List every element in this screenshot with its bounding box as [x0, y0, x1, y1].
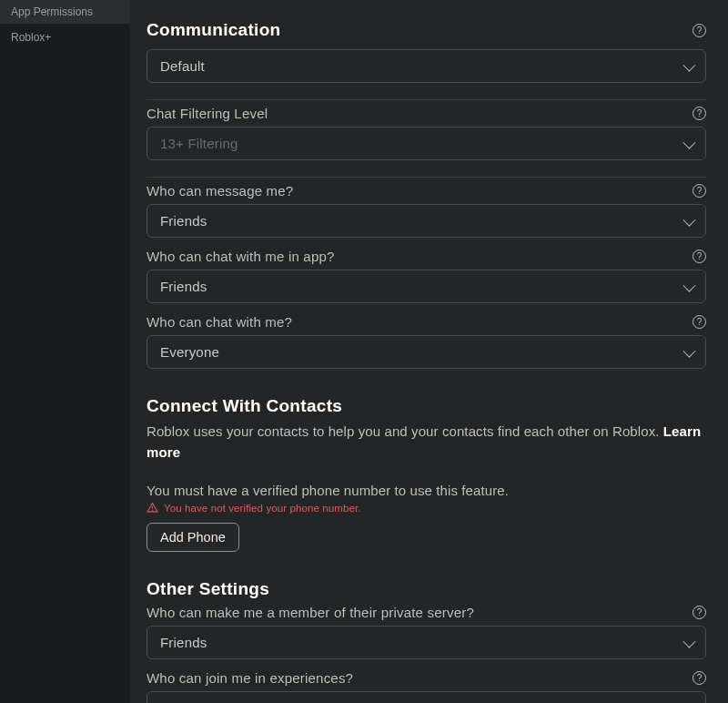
- section-title-other: Other Settings: [147, 579, 706, 599]
- select-private-server[interactable]: Friends: [147, 626, 706, 659]
- select-value: 13+ Filtering: [160, 136, 238, 151]
- select-value: Default: [160, 58, 205, 74]
- select-who-chat-app[interactable]: Friends: [147, 270, 706, 303]
- contacts-desc-text: Roblox uses your contacts to help you an…: [147, 423, 663, 439]
- sidebar-item-roblox-plus[interactable]: Roblox+: [0, 24, 130, 51]
- section-title-contacts: Connect With Contacts: [147, 396, 706, 416]
- svg-rect-0: [152, 506, 153, 509]
- select-join-experiences[interactable]: Friends and users I follow: [147, 691, 706, 703]
- field-label-join-experiences: Who can join me in experiences?: [147, 670, 353, 686]
- add-phone-button[interactable]: Add Phone: [147, 523, 239, 552]
- chevron-down-icon: [682, 58, 695, 71]
- help-icon[interactable]: ?: [693, 184, 706, 198]
- contacts-description: Roblox uses your contacts to help you an…: [147, 422, 706, 463]
- select-who-message[interactable]: Friends: [147, 204, 706, 238]
- help-icon[interactable]: ?: [693, 250, 706, 263]
- select-who-chat[interactable]: Everyone: [147, 335, 706, 369]
- chevron-down-icon: [682, 136, 695, 148]
- chevron-down-icon: [682, 279, 695, 291]
- help-icon[interactable]: ?: [693, 24, 706, 37]
- select-value: Friends: [160, 213, 207, 229]
- field-label-chat-filtering: Chat Filtering Level: [147, 106, 268, 121]
- field-label-who-chat-app: Who can chat with me in app?: [147, 249, 335, 264]
- select-value: Friends: [160, 635, 207, 650]
- section-communication: Communication ? Default Chat Filtering L…: [147, 20, 706, 369]
- select-value: Friends: [160, 279, 207, 294]
- chevron-down-icon: [682, 213, 695, 226]
- field-label-who-message: Who can message me?: [147, 183, 293, 199]
- section-title-communication: Communication: [147, 20, 280, 40]
- contacts-notice: You must have a verified phone number to…: [147, 483, 706, 498]
- field-label-who-chat: Who can chat with me?: [147, 314, 292, 330]
- field-label-private-server: Who can make me a member of their privat…: [147, 605, 474, 620]
- warning-icon: [147, 502, 158, 514]
- section-other: Other Settings Who can make me a member …: [147, 579, 706, 703]
- select-value: Everyone: [160, 344, 219, 360]
- help-icon[interactable]: ?: [693, 315, 706, 329]
- chevron-down-icon: [682, 635, 695, 647]
- phone-warning: You have not verified your phone number.: [147, 502, 706, 514]
- warning-text: You have not verified your phone number.: [164, 503, 360, 514]
- help-icon[interactable]: ?: [693, 671, 706, 685]
- chevron-down-icon: [682, 344, 695, 357]
- select-communication-default[interactable]: Default: [147, 49, 706, 83]
- select-chat-filtering[interactable]: 13+ Filtering: [147, 127, 706, 160]
- section-contacts: Connect With Contacts Roblox uses your c…: [147, 396, 706, 552]
- help-icon[interactable]: ?: [693, 606, 706, 619]
- settings-layout: App Permissions Roblox+ Communication ? …: [0, 0, 728, 703]
- svg-rect-1: [152, 510, 153, 511]
- sidebar-item-app-permissions[interactable]: App Permissions: [0, 0, 130, 24]
- help-icon[interactable]: ?: [693, 107, 706, 120]
- sidebar: App Permissions Roblox+: [0, 0, 130, 703]
- settings-main: Communication ? Default Chat Filtering L…: [130, 0, 728, 703]
